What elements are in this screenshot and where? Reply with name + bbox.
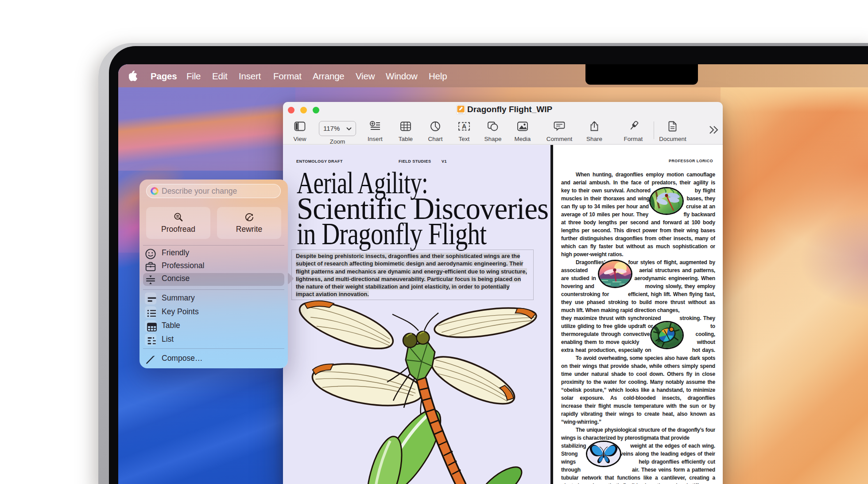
svg-text:A: A: [462, 123, 466, 130]
